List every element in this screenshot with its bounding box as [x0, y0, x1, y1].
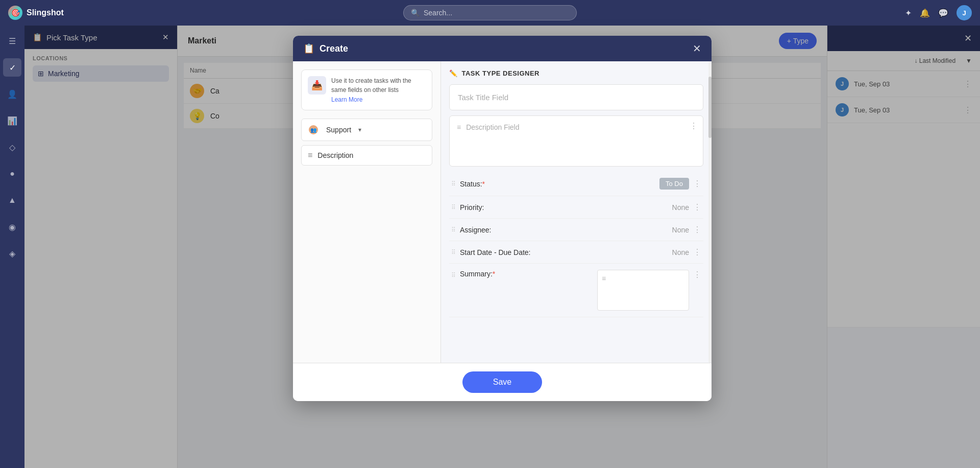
priority-more-button[interactable]: [693, 202, 701, 212]
modal-title: 📋 Create: [303, 43, 348, 54]
status-badge: To Do: [659, 178, 689, 190]
assignee-value: None: [672, 226, 689, 234]
sparkle-icon[interactable]: ✦: [905, 8, 912, 18]
sidebar-layers-icon[interactable]: ▲: [3, 191, 21, 209]
modal-close-button[interactable]: ✕: [693, 43, 701, 54]
priority-field-row: ⠿ Priority: None: [449, 196, 703, 219]
bell-icon[interactable]: 🔔: [920, 8, 930, 18]
logo-icon: 🎯: [8, 6, 22, 20]
create-icon: 📋: [303, 43, 314, 54]
search-bar[interactable]: 🔍 Search...: [403, 5, 577, 20]
main-layout: ☰ ✓ 👤 📊 ◇ ● ▲ ◉ ◈ 📋 Pick Task Type ✕ LOC…: [0, 26, 980, 468]
top-nav: 🎯 Slingshot 🔍 Search... ✦ 🔔 💬 J: [0, 0, 980, 26]
chat-icon[interactable]: 💬: [938, 8, 948, 18]
app-logo: 🎯 Slingshot: [8, 6, 64, 20]
sidebar-chart-icon[interactable]: 📊: [3, 111, 21, 130]
drag-dots-icon: ⠿: [451, 180, 456, 188]
sidebar-circle-icon[interactable]: ●: [3, 165, 21, 183]
status-field-row: ⠿ Status:* To Do: [449, 172, 703, 196]
assignee-label: Assignee:: [460, 226, 668, 234]
date-value: None: [672, 248, 689, 256]
info-box: 📥 Use it to create tasks with the same f…: [301, 69, 432, 110]
avatar-1: 👥: [308, 124, 319, 135]
sidebar-menu-icon[interactable]: ☰: [3, 32, 21, 50]
support-label: Support: [326, 126, 351, 134]
support-avatar-group: 👥: [308, 124, 317, 135]
status-more-button[interactable]: [693, 179, 701, 189]
nav-right: ✦ 🔔 💬 J: [905, 5, 972, 20]
description-label: Description: [317, 151, 353, 159]
date-label: Start Date - Due Date:: [460, 248, 668, 256]
desc-more-button[interactable]: [690, 121, 698, 131]
date-field-row: ⠿ Start Date - Due Date: None: [449, 241, 703, 264]
save-button[interactable]: Save: [462, 371, 542, 393]
desc-placeholder: Description Field: [466, 123, 519, 131]
sidebar-users-icon[interactable]: 👤: [3, 85, 21, 103]
title-placeholder: Task Title Field: [458, 93, 508, 102]
priority-label: Priority:: [460, 203, 668, 212]
left-sidebar: ☰ ✓ 👤 📊 ◇ ● ▲ ◉ ◈: [0, 26, 24, 468]
search-placeholder: Search...: [424, 9, 452, 17]
modal-title-text: Create: [320, 43, 348, 54]
summary-field-row: ⠿ Summary:* ≡: [449, 264, 703, 317]
description-field-item[interactable]: ≡ Description: [301, 145, 432, 166]
drag-dots-icon: ⠿: [451, 249, 456, 256]
summary-icon: ≡: [602, 274, 606, 283]
task-title-field[interactable]: Task Title Field: [449, 84, 703, 110]
modal-footer: Save: [293, 363, 712, 401]
status-label: Status:*: [460, 180, 655, 188]
scrollbar-track: [708, 61, 712, 363]
dropdown-arrow-icon: ▾: [358, 126, 361, 133]
drag-dots-icon: ⠿: [451, 204, 456, 211]
sidebar-layers2-icon[interactable]: ◉: [3, 218, 21, 236]
date-more-button[interactable]: [693, 247, 701, 257]
info-icon: 📥: [308, 76, 326, 95]
drag-dots-icon: ⠿: [451, 226, 456, 233]
avatar[interactable]: J: [957, 5, 972, 20]
info-content: Use it to create tasks with the same fie…: [331, 76, 426, 104]
designer-title: TASK TYPE DESIGNER: [462, 69, 540, 77]
create-modal: 📋 Create ✕ 📥 Use it to create tasks with…: [293, 36, 712, 401]
support-field-item[interactable]: 👥 Support ▾: [301, 119, 432, 141]
search-icon: 🔍: [411, 9, 420, 17]
info-text: Use it to create tasks with the same fie…: [331, 76, 426, 95]
summary-more-button[interactable]: [693, 270, 701, 279]
priority-value: None: [672, 203, 689, 212]
description-field[interactable]: ≡ Description Field: [449, 115, 703, 167]
modal-left-panel: 📥 Use it to create tasks with the same f…: [293, 61, 441, 363]
scrollbar-thumb[interactable]: [708, 77, 712, 138]
app-name: Slingshot: [27, 8, 64, 17]
summary-label: Summary:*: [460, 270, 593, 278]
sidebar-tasks-icon[interactable]: ✓: [3, 58, 21, 77]
desc-icon: ≡: [457, 123, 461, 131]
description-icon: ≡: [308, 151, 312, 160]
designer-header: ✏️ TASK TYPE DESIGNER: [449, 69, 703, 77]
assignee-more-button[interactable]: [693, 225, 701, 235]
sidebar-diamond-icon[interactable]: ◇: [3, 138, 21, 156]
learn-more-link[interactable]: Learn More: [331, 96, 362, 103]
modal-right-panel: ✏️ TASK TYPE DESIGNER Task Title Field ≡…: [441, 61, 712, 363]
sidebar-layers3-icon[interactable]: ◈: [3, 244, 21, 263]
modal-body: 📥 Use it to create tasks with the same f…: [293, 61, 712, 363]
content-area: 📋 Pick Task Type ✕ LOCATIONS ⊞ Marketing…: [24, 26, 980, 468]
modal-header: 📋 Create ✕: [293, 36, 712, 61]
drag-dots-icon: ⠿: [451, 272, 456, 279]
summary-field-box: ≡: [597, 270, 689, 311]
pencil-icon: ✏️: [449, 69, 458, 77]
assignee-field-row: ⠿ Assignee: None: [449, 219, 703, 241]
